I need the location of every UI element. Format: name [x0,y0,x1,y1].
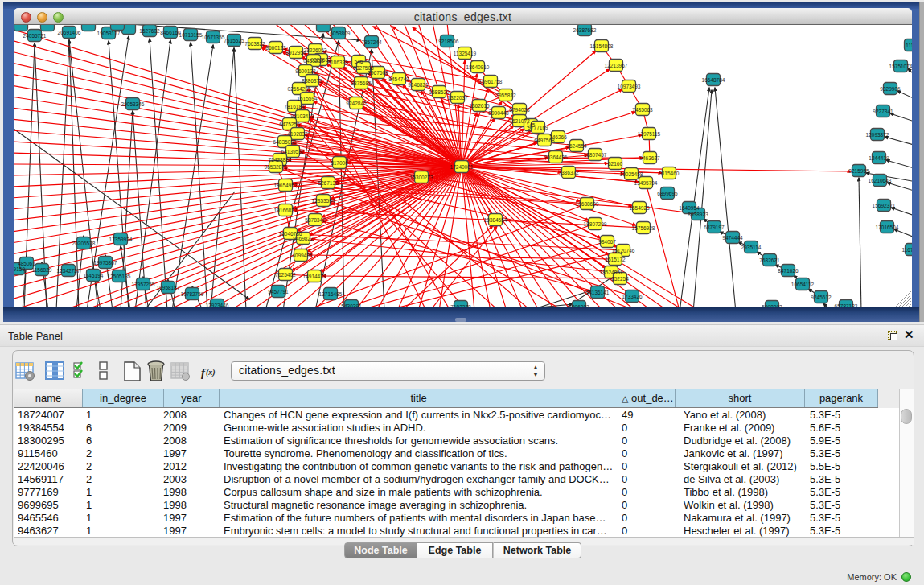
svg-text:62160: 62160 [608,161,622,167]
svg-text:29053346: 29053346 [121,101,145,107]
svg-text:10025458: 10025458 [620,171,643,177]
svg-text:11325419: 11325419 [454,51,477,56]
svg-text:8454749: 8454749 [388,76,409,82]
svg-text:1615172: 1615172 [605,257,626,262]
svg-text:12505135: 12505135 [108,274,131,279]
svg-text:16210643: 16210643 [869,178,892,183]
svg-text:7632621: 7632621 [759,257,780,263]
svg-text:1322037: 1322037 [447,95,468,101]
svg-text:9777169: 9777169 [528,125,548,130]
svg-text:96532871: 96532871 [265,164,288,170]
svg-text:9242845: 9242845 [346,101,367,106]
svg-text:14136141: 14136141 [586,290,610,295]
svg-text:8938923: 8938923 [688,212,708,217]
svg-text:19166827: 19166827 [274,208,298,213]
svg-text:8186328: 8186328 [327,60,348,65]
svg-text:15751074: 15751074 [889,64,912,69]
svg-text:7816184: 7816184 [284,104,305,109]
svg-text:20364436: 20364436 [544,154,568,160]
svg-text:23226053: 23226053 [304,47,327,53]
svg-text:8471626: 8471626 [778,268,799,274]
svg-text:10671355: 10671355 [202,35,225,40]
svg-text:19218506: 19218506 [436,39,459,44]
svg-text:7857244: 7857244 [361,39,382,45]
svg-text:1733426: 1733426 [622,294,643,299]
svg-text:8466160: 8466160 [160,30,181,35]
svg-text:10807457: 10807457 [584,152,607,158]
svg-text:8660123: 8660123 [265,45,286,51]
svg-text:2967608: 2967608 [368,70,388,76]
svg-text:0433218: 0433218 [303,58,324,64]
svg-text:1167533: 1167533 [902,247,912,253]
svg-text:4896383: 4896383 [569,304,589,308]
svg-text:16154808: 16154808 [590,43,614,49]
svg-text:15692371: 15692371 [873,203,896,208]
svg-text:16120746: 16120746 [612,248,635,253]
svg-text:746266: 746266 [549,134,567,140]
svg-text:64835030: 64835030 [273,139,297,145]
svg-text:1112: 1112 [906,43,912,48]
svg-text:8215955: 8215955 [848,168,869,174]
svg-text:65787133: 65787133 [835,303,858,308]
svg-text:7386372: 7386372 [558,170,579,175]
svg-text:15756928: 15756928 [632,225,655,231]
svg-text:16961758: 16961758 [479,79,503,84]
svg-text:13975115: 13975115 [638,131,661,137]
svg-text:2935114: 2935114 [741,245,762,250]
svg-text:10719155: 10719155 [179,32,203,38]
svg-text:1145194: 1145194 [84,273,104,278]
svg-text:12093872: 12093872 [866,132,889,138]
svg-text:7515525: 7515525 [224,38,244,43]
svg-text:7955812: 7955812 [495,93,516,98]
svg-text:1615594: 1615594 [297,96,318,101]
svg-text:1588520: 1588520 [429,89,450,95]
svg-text:93103413: 93103413 [291,113,314,119]
svg-text:1654923: 1654923 [629,205,650,211]
svg-text:7182278: 7182278 [450,304,471,308]
svg-text:6475255: 6475255 [279,122,300,127]
svg-text:6899695: 6899695 [657,191,678,196]
svg-text:72423884: 72423884 [269,157,292,163]
svg-text:8990448: 8990448 [488,110,509,116]
svg-text:10654112: 10654112 [791,282,815,287]
svg-text:817006: 817006 [331,160,348,166]
svg-text:5430391: 5430391 [341,303,362,308]
svg-text:9245612: 9245612 [811,295,832,300]
svg-text:1156829: 1156829 [32,267,52,273]
svg-text:20206578: 20206578 [72,241,96,246]
svg-text:1362615: 1362615 [469,103,490,109]
svg-text:5878342: 5878342 [305,217,326,223]
svg-text:12342737: 12342737 [57,268,80,274]
svg-text:20691406: 20691406 [58,30,81,35]
svg-text:17240001: 17240001 [450,164,474,170]
svg-text:9463627: 9463627 [639,155,660,161]
svg-text:8386379: 8386379 [302,78,322,84]
svg-text:9227341: 9227341 [873,109,893,114]
svg-text:10688609: 10688609 [576,201,599,207]
svg-text:1244419: 1244419 [869,155,889,161]
svg-text:18640910: 18640910 [466,64,490,70]
svg-text:252254: 252254 [611,276,629,282]
svg-text:14914479: 14914479 [303,274,326,279]
svg-text:7485063: 7485063 [632,107,653,113]
svg-text:9146821: 9146821 [408,82,429,88]
svg-text:4192832: 4192832 [287,131,308,137]
svg-text:13716485: 13716485 [319,291,343,297]
svg-text:17016504: 17016504 [876,225,899,230]
svg-text:9115460: 9115460 [659,171,680,176]
svg-text:12213967: 12213967 [605,63,628,68]
svg-text:1527602: 1527602 [139,28,160,34]
svg-text:16648784: 16648784 [702,77,725,83]
svg-text:19053177: 19053177 [97,31,121,36]
svg-text:26387682: 26387682 [573,27,597,33]
svg-text:18524851: 18524851 [600,270,623,275]
svg-text:19654952: 19654952 [274,183,298,188]
svg-text:3875685: 3875685 [351,80,372,86]
svg-text:12923446: 12923446 [206,303,229,308]
svg-text:10958187: 10958187 [157,285,180,290]
svg-text:546: 546 [355,59,363,64]
svg-text:10973493: 10973493 [618,84,641,89]
svg-text:17957255: 17957255 [132,282,155,287]
svg-text:19975867: 19975867 [94,260,117,266]
svg-text:984067: 984067 [598,239,616,245]
